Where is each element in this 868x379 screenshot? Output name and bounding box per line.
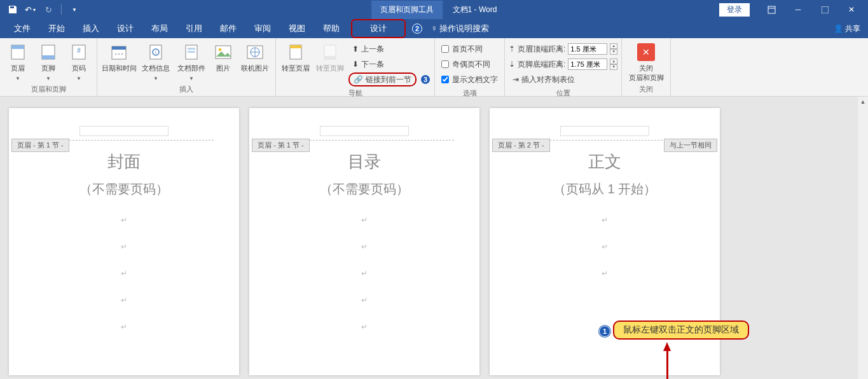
different-first-page-checkbox[interactable]: 首页不同 [439, 42, 500, 56]
link-to-previous-button[interactable]: 🔗链接到前一节 [348, 72, 417, 86]
picture-label: 图片 [216, 64, 230, 73]
group-options: 首页不同 奇偶页不同 显示文档文字 选项 [435, 38, 505, 96]
page-number-icon: # [70, 43, 88, 61]
page-2[interactable]: 页眉 - 第 1 节 - 目录 （不需要页码） ↵ ↵ ↵ ↵ ↵ [249, 108, 479, 375]
tab-file[interactable]: 文件 [5, 19, 39, 38]
footer-dist-icon: ⇣ [509, 60, 515, 69]
tab-home[interactable]: 开始 [39, 19, 74, 38]
insert-tab-label: 插入对齐制表位 [521, 74, 575, 85]
show-document-text-checkbox[interactable]: 显示文档文字 [439, 72, 500, 86]
para-mark: ↵ [515, 269, 694, 278]
ribbon-display-icon[interactable] [759, 1, 784, 18]
header-distance-input[interactable] [568, 43, 607, 55]
tab-references[interactable]: 引用 [177, 19, 211, 38]
tab-mailings[interactable]: 邮件 [211, 19, 245, 38]
redo-icon[interactable]: ↻ [41, 2, 56, 17]
save-icon[interactable] [5, 2, 20, 17]
insert-alignment-tab-button[interactable]: ⇥插入对齐制表位 [509, 72, 617, 86]
para-mark: ↵ [34, 216, 214, 224]
footer-distance-spinner[interactable]: ▲▼ [610, 59, 617, 70]
tab-insert[interactable]: 插入 [74, 19, 108, 38]
close-hf-label: 关闭 页眉和页脚 [629, 64, 664, 83]
tab-design[interactable]: 设计 [108, 19, 142, 38]
page3-subtitle: （页码从 1 开始） [515, 181, 694, 198]
next-button[interactable]: ⬇下一条 [348, 57, 431, 71]
header-distance-spinner[interactable]: ▲▼ [610, 43, 617, 55]
goto-header-icon [287, 43, 305, 61]
section-tag-1: 页眉 - 第 1 节 - [11, 139, 69, 152]
para-mark: ↵ [34, 322, 214, 331]
header-distance-row: ⇡ 页眉顶端距离: ▲▼ [509, 42, 617, 56]
svg-rect-25 [290, 45, 301, 48]
annotation-callout-1: 鼠标左键双击正文的页脚区域 [613, 320, 749, 340]
close-icon[interactable]: ✕ [839, 1, 864, 18]
svg-rect-18 [188, 48, 195, 50]
previous-label: 上一条 [361, 44, 384, 55]
scroll-up-icon[interactable]: ▲ [858, 97, 868, 107]
tab-layout[interactable]: 布局 [142, 19, 177, 38]
para-mark: ↵ [275, 296, 454, 305]
annotation-badge-3: 3 [420, 74, 431, 85]
quickparts-icon [183, 43, 200, 61]
tab-review[interactable]: 审阅 [245, 19, 280, 38]
vertical-scrollbar[interactable]: ▲ [858, 97, 868, 379]
footer-button[interactable]: 页脚▼ [34, 41, 62, 81]
picture-button[interactable]: 图片 [210, 41, 236, 73]
minimize-icon[interactable]: ─ [785, 1, 811, 18]
group-header-footer: 页眉▼ 页脚▼ # 页码▼ 页眉和页脚 [0, 38, 97, 96]
header-dist-icon: ⇡ [509, 45, 515, 53]
para-mark: ↵ [34, 296, 214, 305]
login-button[interactable]: 登录 [719, 3, 750, 17]
tab-view[interactable]: 视图 [280, 19, 314, 38]
tell-me-search[interactable]: ♀ 操作说明搜索 [422, 19, 498, 38]
titlebar: ↶ ▼ ↻ ▼ 页眉和页脚工具 文档1 - Word 登录 ─ ✕ [0, 0, 868, 19]
docinfo-button[interactable]: i 文档信息▼ [139, 41, 172, 81]
goto-footer-label: 转至页脚 [316, 64, 344, 73]
quickparts-label: 文档部件 [177, 64, 205, 73]
footer-distance-row: ⇣ 页脚底端距离: ▲▼ [509, 57, 617, 71]
online-picture-label: 联机图片 [241, 64, 269, 73]
header-label: 页眉 [11, 64, 25, 73]
svg-point-12 [118, 53, 120, 55]
undo-icon[interactable]: ↶ ▼ [23, 2, 38, 17]
page-number-button[interactable]: # 页码▼ [65, 41, 93, 81]
page-1[interactable]: 页眉 - 第 1 节 - 封面 （不需要页码） ↵ ↵ ↵ ↵ ↵ [9, 108, 239, 375]
para-mark: ↵ [34, 242, 214, 251]
para-mark: ↵ [275, 242, 454, 251]
datetime-label: 日期和时间 [102, 64, 137, 73]
footer-distance-input[interactable] [568, 59, 607, 70]
annotation-badge-2: 2 [412, 24, 422, 34]
show-doc-text-label: 显示文档文字 [452, 74, 498, 85]
para-mark: ↵ [275, 322, 454, 331]
group-label-hf: 页眉和页脚 [4, 83, 93, 96]
svg-rect-2 [822, 6, 829, 13]
online-picture-button[interactable]: 联机图片 [238, 41, 272, 73]
diff-first-label: 首页不同 [452, 44, 483, 55]
diff-odd-even-label: 奇偶页不同 [452, 59, 490, 70]
svg-rect-19 [188, 51, 195, 53]
tab-help[interactable]: 帮助 [314, 19, 348, 38]
previous-button[interactable]: ⬆上一条 [348, 42, 431, 56]
para-mark: ↵ [515, 216, 694, 224]
share-button[interactable]: 👤 共享 [834, 24, 868, 34]
goto-header-button[interactable]: 转至页眉 [280, 41, 312, 73]
close-header-footer-button[interactable]: ✕ 关闭 页眉和页脚 [626, 41, 666, 83]
quickparts-button[interactable]: 文档部件▼ [175, 41, 208, 81]
svg-text:#: # [77, 47, 81, 54]
para-mark: ↵ [275, 216, 454, 224]
datetime-icon [110, 43, 128, 61]
titlebar-center: 页眉和页脚工具 文档1 - Word [371, 1, 497, 19]
contextual-tab-label: 页眉和页脚工具 [371, 1, 443, 19]
maximize-icon[interactable] [812, 1, 837, 18]
header-button[interactable]: 页眉▼ [4, 41, 32, 81]
qat-customize-icon[interactable]: ▼ [67, 2, 82, 17]
svg-rect-27 [324, 56, 336, 59]
different-odd-even-checkbox[interactable]: 奇偶页不同 [439, 57, 500, 71]
svg-rect-6 [42, 55, 55, 59]
section-tag-3: 页眉 - 第 2 节 - [492, 139, 550, 152]
quick-access-toolbar: ↶ ▼ ↻ ▼ [0, 2, 82, 17]
datetime-button[interactable]: 日期和时间 [101, 41, 137, 73]
link-icon: 🔗 [354, 75, 363, 84]
footer-dist-label: 页脚底端距离: [518, 59, 565, 70]
tab-hf-design[interactable]: 设计 [351, 19, 406, 38]
